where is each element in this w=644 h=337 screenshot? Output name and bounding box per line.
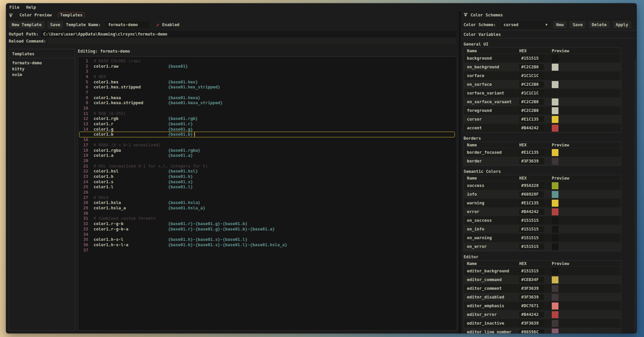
variable-hex-input[interactable]: #E1C135 [519, 116, 544, 122]
template-list-item[interactable]: kitty [12, 66, 72, 72]
color-swatch[interactable] [552, 217, 558, 224]
code-line: 9color1.hexa.stripped{base01.hexa_stripp… [78, 100, 457, 106]
code-key: color1.hsla [94, 200, 121, 205]
column-header: Preview [551, 143, 621, 147]
color-variable-row: editor_disabled#3F3639 [464, 293, 621, 301]
variable-hex-input[interactable]: #3F3639 [519, 285, 544, 291]
variable-hex-input[interactable]: #151515 [519, 268, 544, 274]
variable-hex-input[interactable]: #C2C2B0 [519, 99, 544, 105]
color-swatch[interactable] [552, 116, 558, 123]
color-scheme-select[interactable]: cursed ▼ [501, 21, 550, 28]
color-variable-row: cursor#E1C135 [464, 115, 621, 124]
color-swatch[interactable] [552, 276, 558, 283]
color-swatch[interactable] [552, 72, 558, 79]
line-number: 31 [79, 216, 88, 221]
text-caret [194, 132, 195, 137]
color-swatch[interactable] [552, 98, 558, 106]
reload-command-input[interactable] [48, 38, 456, 44]
color-swatch[interactable] [552, 191, 558, 198]
new-template-button[interactable]: New Template [9, 21, 45, 28]
variable-hex-input[interactable]: #151515 [519, 235, 544, 241]
scheme-save-button[interactable]: Save [570, 21, 586, 28]
variable-hex-input[interactable]: #DC7671 [519, 303, 544, 309]
color-swatch[interactable] [552, 311, 558, 318]
color-swatch[interactable] [552, 64, 558, 71]
menu-help[interactable]: Help [26, 5, 36, 10]
variable-hex-input[interactable]: #C2C2B0 [519, 81, 544, 87]
variable-hex-input[interactable]: #C2C2B0 [519, 108, 544, 114]
variable-hex-input[interactable]: #151515 [519, 55, 544, 61]
template-list-item[interactable]: nvim [12, 72, 72, 78]
color-swatch[interactable] [552, 294, 558, 301]
color-swatch[interactable] [552, 208, 558, 215]
color-swatch[interactable] [552, 90, 558, 97]
color-swatch[interactable] [552, 268, 558, 275]
color-variable-row: on_error#151515 [464, 242, 621, 251]
variable-hex-input[interactable]: #3F3639 [519, 320, 544, 326]
column-header: HEX [519, 176, 551, 181]
tab-templates[interactable]: Templates [58, 12, 85, 18]
color-swatch[interactable] [552, 81, 558, 88]
code-comment: # BASE COLORS (raw) [94, 59, 141, 63]
variable-hex-input[interactable]: #3F3639 [519, 294, 544, 300]
collapse-triangle-icon[interactable] [464, 13, 468, 17]
variable-hex-input[interactable]: #151515 [519, 226, 544, 232]
variable-hex-input[interactable]: #CEB34F [519, 277, 544, 283]
line-number: 24 [79, 180, 88, 184]
table-header: NameHEXPreview [464, 142, 621, 148]
color-swatch[interactable] [552, 226, 558, 233]
code-value-token: {base01.r}-{base01.g}-{base01.b} [168, 221, 248, 226]
save-template-button[interactable]: Save [47, 21, 63, 28]
color-swatch[interactable] [552, 200, 558, 207]
variable-hex-input[interactable]: #60928F [519, 191, 544, 197]
color-swatch[interactable] [552, 125, 558, 132]
variable-name: on_warning [464, 235, 519, 240]
variable-hex-input[interactable]: #B44242 [519, 209, 544, 215]
code-key: color1.hex.stripped [94, 85, 141, 89]
color-variable-sections: General UINameHEXPreviewbackground#15151… [461, 39, 637, 333]
code-key: color1.h-s-l-a [94, 243, 128, 247]
variable-hex-input[interactable]: #E1C135 [519, 149, 544, 155]
variable-hex-input[interactable]: #C2C2B0 [519, 64, 544, 70]
tab-color-preview[interactable]: Color Preview [18, 12, 53, 18]
variable-hex-input[interactable]: #3F3639 [519, 158, 544, 164]
color-swatch[interactable] [552, 55, 558, 62]
template-list-item[interactable]: formats-demo [12, 60, 72, 66]
variable-hex-input[interactable]: #95A328 [519, 183, 544, 189]
vertical-scrollbar[interactable] [634, 58, 636, 332]
color-swatch[interactable] [552, 285, 558, 292]
template-code-editor[interactable]: 1# BASE COLORS (raw)2color1.raw{base01}3… [78, 56, 457, 331]
column-header: Preview [551, 49, 621, 53]
color-swatch[interactable] [552, 329, 558, 334]
section-title: General UI [464, 41, 637, 48]
color-swatch[interactable] [552, 182, 558, 189]
menu-file[interactable]: File [9, 5, 19, 10]
variable-hex-input[interactable]: #151515 [519, 244, 544, 250]
line-number: 18 [79, 148, 88, 153]
enabled-check-icon[interactable]: ✔ [156, 22, 159, 28]
code-line: 8color1.hexa{base01.hexa} [78, 95, 457, 100]
color-swatch[interactable] [552, 302, 558, 310]
color-swatch[interactable] [552, 107, 558, 114]
color-swatch[interactable] [552, 158, 558, 165]
current-edit-line[interactable]: color1.b{base01.b} [78, 132, 457, 137]
color-swatch[interactable] [552, 234, 558, 242]
variable-hex-input[interactable]: #1C1C1C [519, 73, 544, 79]
variable-hex-input[interactable]: #86596C [519, 329, 544, 333]
variable-hex-input[interactable]: #B44242 [519, 125, 544, 131]
variable-hex-input[interactable]: #B44242 [519, 312, 544, 318]
code-value-token: {base01.l} [168, 185, 193, 189]
output-path-input[interactable]: C:\Users\user\AppData\Roaming\clrsync\fo… [41, 31, 456, 37]
scheme-apply-button[interactable]: Apply [613, 21, 631, 28]
variable-hex-input[interactable]: #151515 [519, 217, 544, 223]
color-swatch[interactable] [552, 149, 558, 156]
collapse-triangle-icon[interactable] [9, 14, 13, 18]
color-swatch[interactable] [552, 243, 558, 250]
template-name-input[interactable]: formats-demo [105, 21, 149, 28]
variable-hex-input[interactable]: #E1C135 [519, 200, 544, 206]
scheme-new-button[interactable]: New [553, 21, 567, 28]
variable-hex-input[interactable]: #1C1C1C [519, 90, 544, 96]
color-variable-row: on_warning#151515 [464, 233, 621, 242]
color-swatch[interactable] [552, 320, 558, 327]
scheme-delete-button[interactable]: Delete [589, 21, 609, 28]
